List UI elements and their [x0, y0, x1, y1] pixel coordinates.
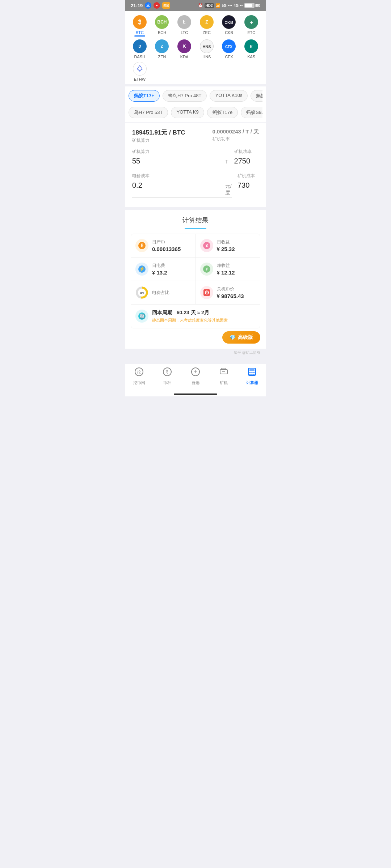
signal-5g: 5G	[222, 4, 227, 8]
nav-calc[interactable]: 计算器	[238, 367, 266, 386]
bottom-nav: 挖 挖币网 ₿ 币种 + 自选 矿机 计算器	[125, 364, 266, 391]
coin-bch[interactable]: BCH BCH	[151, 15, 173, 37]
premium-icon: 💎	[230, 335, 236, 340]
watermark: 知乎 @矿工阶爷	[125, 349, 266, 357]
coin-ethw[interactable]: ETHW	[129, 62, 151, 81]
premium-label: 高级版	[238, 334, 253, 341]
svg-text:53%: 53%	[140, 292, 144, 294]
kas-icon: K	[244, 39, 258, 53]
daily-coins-cell: ₿ 日产币 0.00013365	[131, 234, 196, 257]
hashrate-unit: T	[225, 159, 228, 165]
cfx-icon: CFX	[222, 39, 236, 53]
premium-btn-wrap: 💎 高级版	[125, 328, 266, 345]
nav-miner-icon	[219, 367, 228, 379]
coin-hns[interactable]: HNS HNS	[196, 39, 218, 59]
results-title: 计算结果	[125, 210, 266, 228]
shutdown-price-cell: ⏻ 关机币价 ¥ 98765.43	[196, 281, 260, 304]
elec-cost-label: 电价成本	[132, 173, 232, 179]
signal-4g: 4G	[234, 4, 239, 8]
tab-ant-t17plus[interactable]: 蚂蚁T17+	[129, 90, 160, 102]
tab-fengniao-h7pro-53t[interactable]: 鸟H7 Pro 53T	[129, 107, 168, 118]
battery-indicator	[244, 3, 255, 8]
coin-bch-label: BCH	[158, 30, 166, 35]
premium-button[interactable]: 💎 高级版	[222, 331, 260, 344]
svg-text:+: +	[194, 368, 197, 374]
zen-icon: Z	[155, 39, 169, 53]
svg-rect-43	[249, 369, 255, 371]
expand-button[interactable]: ▾	[253, 91, 263, 101]
daily-coins-icon: ₿	[135, 239, 148, 252]
hd2-badge: HD2	[205, 3, 214, 8]
coin-ckb-label: CKB	[225, 30, 233, 35]
net-revenue-icon: ¥	[200, 263, 213, 276]
nav-coin-label: 币种	[163, 380, 171, 386]
daily-revenue-label: 日收益	[217, 239, 235, 245]
nav-home-label: 挖币网	[133, 380, 145, 386]
daily-income-label: 矿机功率	[213, 136, 259, 142]
status-bar: 21:19 支 ● 美团 ⏰ HD2 📶 5G ▪▪▪ 4G ▪▪ 80	[125, 0, 266, 11]
alarm-icon: ⏰	[198, 3, 203, 8]
daily-revenue-value: ¥ 25.32	[217, 246, 235, 252]
nav-miner[interactable]: 矿机	[210, 367, 238, 386]
result-row-4: 🔄 回本周期 60.23 天 ≈ 2月 静态回本周期，未考虑难度变化等其他因素	[131, 305, 260, 328]
hashrate-input[interactable]	[132, 157, 224, 165]
elec-cost-input[interactable]	[132, 181, 224, 190]
wifi-icon: 📶	[215, 3, 220, 8]
svg-text:CKB: CKB	[225, 20, 233, 25]
nav-add[interactable]: + 自选	[181, 367, 210, 386]
meituan-icon: 美团	[162, 2, 170, 9]
coin-btc[interactable]: ₿ BTC	[129, 15, 151, 37]
coin-etc[interactable]: ◆ ETC	[240, 15, 262, 37]
coin-kas[interactable]: K KAS	[240, 39, 262, 59]
coin-kas-label: KAS	[247, 55, 255, 59]
svg-text:¥: ¥	[205, 243, 208, 248]
coin-zen[interactable]: Z ZEN	[151, 39, 173, 59]
signal-bars: ▪▪▪	[228, 3, 232, 8]
nav-home[interactable]: 挖 挖币网	[125, 367, 153, 386]
power-input[interactable]	[234, 157, 266, 165]
tab-yotta-k10s[interactable]: YOTTA K10s	[210, 90, 248, 102]
ethw-icon	[133, 62, 147, 76]
btc-price-label: 矿机算力	[132, 137, 185, 144]
tab-ant-s9j[interactable]: 蚂蚁S9J	[241, 107, 262, 118]
svg-rect-40	[222, 368, 226, 370]
tab-fengniao-h7pro-48t[interactable]: 蜂鸟H7 Pro 48T	[163, 90, 207, 102]
coin-zec[interactable]: Z ZEC	[196, 15, 218, 37]
daily-elec-label: 日电费	[152, 263, 167, 269]
coin-ltc[interactable]: Ł LTC	[173, 15, 196, 37]
coin-dash[interactable]: D DASH	[129, 39, 151, 59]
machine-tabs-row2: 鸟H7 Pro 53T YOTTA K9 蚂蚁T17e 蚂蚁S9J	[129, 105, 262, 122]
tab-ant-t17e[interactable]: 蚂蚁T17e	[207, 107, 238, 118]
ckb-icon: CKB	[222, 15, 236, 29]
result-row-3: 53% 电费占比 ⏻ 关机币价 ¥ 98765.43	[131, 281, 260, 305]
machine-cost-label: 矿机成本	[237, 173, 266, 179]
nav-coin-icon: ₿	[163, 367, 172, 379]
payback-main: 回本周期 60.23 天 ≈ 2月	[152, 310, 228, 316]
nav-home-icon: 挖	[134, 367, 144, 379]
results-grid: ₿ 日产币 0.00013365 ¥ 日收益 ¥ 25.32	[131, 234, 260, 328]
battery-percent: 80	[256, 3, 260, 8]
coin-zec-label: ZEC	[203, 30, 211, 35]
svg-text:¥: ¥	[205, 267, 208, 271]
nav-coin[interactable]: ₿ 币种	[153, 367, 181, 386]
calculator-inputs: 189451.91元 / BTC 矿机算力 0.00000243 / T / 天…	[125, 123, 266, 207]
coin-ethw-label: ETHW	[134, 77, 146, 81]
bch-icon: BCH	[155, 15, 169, 29]
coin-ckb[interactable]: CKB CKB	[218, 15, 240, 37]
svg-text:⏻: ⏻	[205, 290, 209, 295]
svg-rect-45	[252, 372, 253, 373]
svg-rect-46	[253, 372, 255, 373]
tab-yotta-k9[interactable]: YOTTA K9	[171, 107, 204, 118]
coin-kda[interactable]: K KDA	[173, 39, 196, 59]
etc-icon: ◆	[244, 15, 258, 29]
machine-cost-input[interactable]	[237, 181, 266, 190]
svg-rect-44	[249, 372, 251, 373]
daily-revenue-cell: ¥ 日收益 ¥ 25.32	[196, 234, 260, 257]
ltc-icon: Ł	[177, 15, 191, 29]
daily-revenue-icon: ¥	[200, 239, 213, 252]
coin-btc-label: BTC	[136, 30, 144, 35]
price-row: 189451.91元 / BTC 矿机算力 0.00000243 / T / 天…	[132, 128, 259, 144]
net-revenue-cell: ¥ 净收益 ¥ 12.12	[196, 258, 260, 281]
coin-cfx[interactable]: CFX CFX	[218, 39, 240, 59]
nav-calc-label: 计算器	[246, 380, 258, 386]
